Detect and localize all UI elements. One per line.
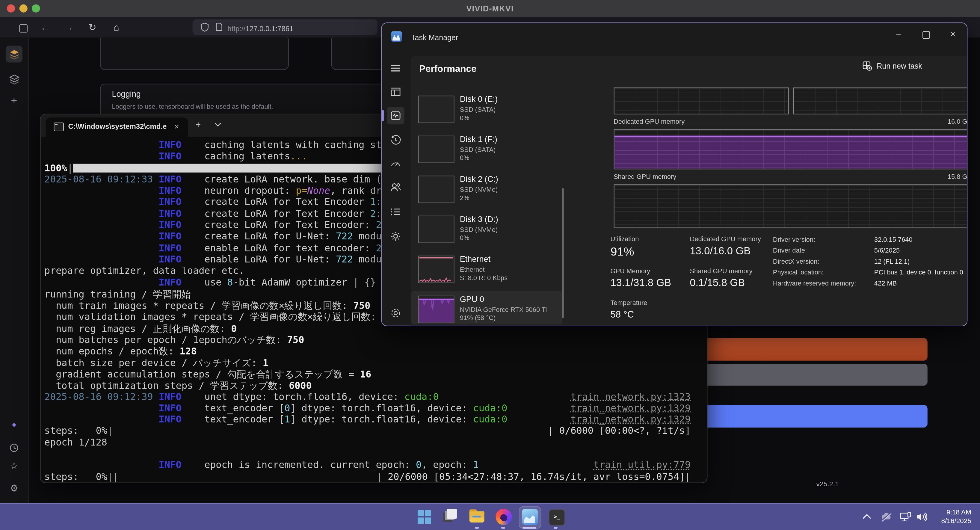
file-explorer-button[interactable]: [464, 504, 490, 530]
active-indicator: [522, 527, 536, 529]
gear-icon[interactable]: ⚙: [0, 482, 28, 494]
terminal-line: batch size per device / バッチサイズ: 1: [45, 357, 703, 368]
tm-list-item-disk-3-d[interactable]: Disk 3 (D:)SSD (NVMe)0%: [418, 216, 563, 252]
logging-description: Loggers to use, tensorboard will be used…: [112, 102, 273, 110]
users-icon[interactable]: [390, 182, 401, 193]
dedicated-memory-chart: [614, 129, 967, 170]
terminal-line-annotation: train_network.py:1329: [571, 414, 691, 425]
network-icon[interactable]: [900, 512, 912, 522]
running-indicator: [501, 527, 505, 529]
gpu-memory-value: 13.1/31.8 GB: [610, 277, 671, 289]
startup-apps-icon[interactable]: [390, 158, 401, 170]
taskbar-icons: >_: [411, 504, 569, 530]
task-manager-icon: [522, 509, 538, 525]
settings-icon[interactable]: [390, 307, 401, 319]
task-view-button[interactable]: [438, 504, 464, 530]
form-field-box[interactable]: [100, 35, 289, 70]
terminal-button[interactable]: >_: [542, 504, 569, 530]
performance-icon[interactable]: [390, 110, 401, 121]
task-manager-window: Task Manager – ×: [381, 22, 967, 326]
url-text[interactable]: http://127.0.0.1:7861: [228, 22, 293, 34]
primary-button[interactable]: [675, 405, 928, 428]
gpu-memory-label: GPU Memory: [610, 267, 650, 274]
task-manager-button[interactable]: [516, 504, 542, 530]
address-bar[interactable]: http://127.0.0.1:7861: [192, 19, 377, 35]
menu-icon[interactable]: [390, 63, 401, 74]
gpu-engine-chart-1: [614, 88, 789, 115]
terminal-icon: >_: [549, 509, 565, 525]
shield-icon[interactable]: [201, 22, 209, 32]
details-icon[interactable]: [390, 206, 401, 218]
tm-nav-accent-bar: [382, 110, 383, 121]
task-manager-title: Task Manager: [411, 33, 458, 42]
maximize-button[interactable]: [922, 31, 930, 39]
tm-list-item-disk-0-e[interactable]: Disk 0 (E:)SSD (SATA)0%: [418, 95, 563, 132]
terminal-line: INFO text_encoder [0] dtype: torch.float…: [45, 403, 703, 414]
app-version: v25.2.1: [816, 480, 838, 487]
device-title: Ethernet: [460, 255, 491, 264]
onedrive-cloud-icon[interactable]: [880, 512, 892, 522]
clock-date: 8/16/2025: [941, 516, 971, 525]
terminal-line: steps: 0%|| 0/6000 [00:00<?, ?it/s]: [45, 425, 703, 436]
start-button[interactable]: [411, 504, 438, 530]
taskbar-clock[interactable]: 9:18 AM 8/16/2025: [941, 508, 971, 525]
sparkle-icon[interactable]: ✦: [0, 420, 28, 430]
plus-icon[interactable]: +: [0, 95, 28, 108]
firefox-button[interactable]: [490, 504, 517, 530]
device-title: Disk 2 (C:): [460, 174, 498, 184]
tm-list-scrollbar[interactable]: [562, 188, 563, 318]
terminal-line-annotation: | 0/6000 [00:00<?, ?it/s]: [548, 425, 690, 436]
shared-memory-value: 0.1/15.8 GB: [690, 277, 745, 289]
page-info-icon[interactable]: [216, 22, 223, 31]
forward-icon[interactable]: →: [63, 22, 75, 32]
tray-chevron-icon[interactable]: [862, 514, 871, 519]
clock-time: 9:18 AM: [941, 508, 971, 516]
terminal-line-annotation: train_network.py:1329: [571, 403, 691, 414]
history-button[interactable]: [6, 439, 22, 456]
tab-close-icon[interactable]: ×: [174, 122, 179, 131]
firefox-icon: [496, 509, 512, 525]
secondary-button[interactable]: [675, 364, 928, 385]
run-new-task-label: Run new task: [877, 62, 922, 71]
home-icon[interactable]: ⌂: [110, 22, 123, 32]
device-title: GPU 0: [460, 294, 484, 304]
run-new-task-button[interactable]: Run new task: [862, 61, 963, 77]
terminal-tab-cmd[interactable]: C:\Windows\system32\cmd.e ×: [46, 118, 188, 137]
volume-icon[interactable]: [916, 512, 928, 522]
device-subtitle: SSD (SATA): [460, 146, 496, 153]
minimize-button[interactable]: –: [889, 27, 908, 42]
new-tab-icon[interactable]: +: [196, 119, 201, 129]
tab-overview-icon[interactable]: [19, 24, 27, 32]
stop-training-button[interactable]: [675, 338, 928, 361]
close-button[interactable]: ×: [943, 27, 963, 42]
gpu-detail-value: 32.0.15.7640: [874, 236, 913, 243]
sidebar-item-lora-selected[interactable]: [6, 46, 22, 62]
back-icon[interactable]: ←: [39, 22, 51, 32]
terminal-tab-title: C:\Windows\system32\cmd.e: [68, 123, 174, 130]
tm-list-item-gpu-0[interactable]: GPU 0NVIDIA GeForce RTX 5060 Ti91% (58 °…: [418, 296, 563, 326]
device-usage: 0%: [460, 234, 469, 241]
processes-icon[interactable]: [390, 86, 401, 98]
tm-list-item-disk-2-c[interactable]: Disk 2 (C:)SSD (NVMe)2%: [418, 175, 563, 212]
device-subtitle: SSD (NVMe): [460, 186, 498, 193]
gpu-detail-label: Driver date:: [773, 247, 807, 254]
tm-list-item-ethernet[interactable]: EthernetEthernetS: 8.0 R: 0 Kbps: [418, 256, 563, 292]
reload-icon[interactable]: ↻: [86, 22, 99, 32]
terminal-line: INFO text_encoder [1] dtype: torch.float…: [45, 414, 703, 425]
gpu-detail-value: 5/6/2025: [874, 247, 900, 254]
app-history-icon[interactable]: [390, 135, 401, 146]
tab-dropdown-chevron-icon[interactable]: [215, 123, 221, 127]
url-host: 127.0.0.1:7861: [245, 25, 293, 32]
terminal-line-annotation: | 20/6000 [05:34<27:48:37, 16.74s/it, av…: [376, 471, 690, 482]
sidebar-item-models[interactable]: [6, 71, 22, 88]
star-icon[interactable]: ☆: [0, 460, 28, 471]
tm-list-item-disk-1-f[interactable]: Disk 1 (F:)SSD (SATA)0%: [418, 136, 563, 172]
gpu-detail-label: Driver version:: [773, 236, 815, 243]
tm-device-list: Disk 0 (E:)SSD (SATA)0%Disk 1 (F:)SSD (S…: [410, 93, 563, 326]
terminal-line-annotation: train_network.py:1323: [571, 391, 691, 403]
disk-thumbnail: [418, 216, 454, 243]
services-icon[interactable]: [390, 231, 401, 242]
logging-title: Logging: [112, 89, 141, 99]
logging-accordion[interactable]: Logging Loggers to use, tensorboard will…: [100, 84, 414, 118]
task-view-icon: [447, 509, 457, 519]
